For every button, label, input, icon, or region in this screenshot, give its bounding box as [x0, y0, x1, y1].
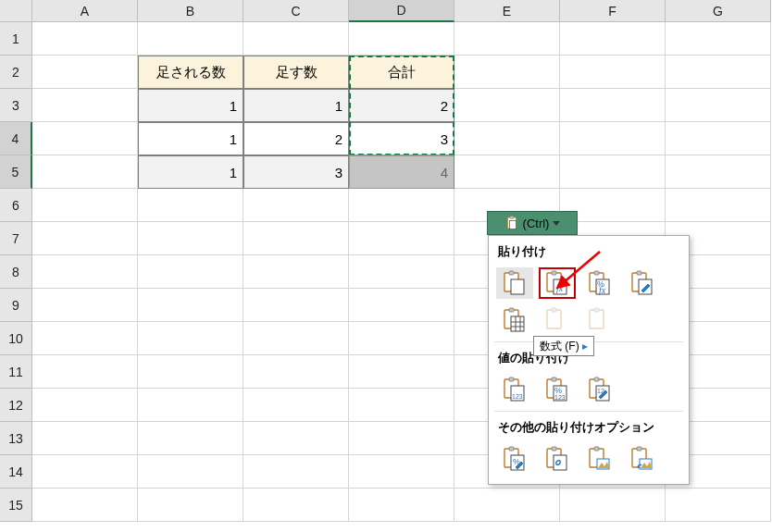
cell-A7[interactable] [32, 222, 138, 255]
paste-formatting-only-button[interactable]: % [496, 443, 533, 475]
cell-A9[interactable] [32, 289, 138, 322]
cell-D7[interactable] [349, 222, 454, 255]
cell-D6[interactable] [349, 189, 454, 222]
cell-B13[interactable] [138, 422, 243, 455]
cell-F15[interactable] [560, 489, 666, 522]
cell-B6[interactable] [138, 189, 243, 222]
col-header-E[interactable]: E [454, 0, 560, 22]
paste-all-button[interactable] [496, 267, 533, 299]
cell-A5[interactable] [32, 155, 138, 189]
cell-D11[interactable] [349, 355, 454, 389]
cell-G4[interactable] [666, 122, 771, 155]
paste-formulas-number-button[interactable]: %fx [581, 267, 618, 299]
col-header-F[interactable]: F [560, 0, 666, 22]
row-header-13[interactable]: 13 [0, 422, 32, 455]
cell-B7[interactable] [138, 222, 243, 255]
paste-picture-button[interactable] [581, 443, 618, 475]
cell-C3[interactable]: 1 [243, 89, 349, 122]
paste-transpose-button[interactable] [581, 304, 618, 336]
cell-C9[interactable] [243, 289, 349, 322]
row-header-14[interactable]: 14 [0, 455, 32, 489]
cell-B12[interactable] [138, 389, 243, 422]
row-header-11[interactable]: 11 [0, 355, 32, 389]
cell-A13[interactable] [32, 422, 138, 455]
cell-E5[interactable] [454, 155, 560, 189]
paste-link-button[interactable] [539, 443, 576, 475]
cell-B2[interactable]: 足される数 [138, 56, 243, 89]
row-header-10[interactable]: 10 [0, 322, 32, 355]
cell-E3[interactable] [454, 89, 560, 122]
cell-F3[interactable] [560, 89, 666, 122]
paste-keep-width-button[interactable] [539, 304, 576, 336]
cell-B11[interactable] [138, 355, 243, 389]
cell-A2[interactable] [32, 56, 138, 89]
cell-C4[interactable]: 2 [243, 122, 349, 155]
cell-G1[interactable] [666, 22, 771, 56]
cell-D3[interactable]: 2 [349, 89, 454, 122]
col-header-D[interactable]: D [349, 0, 454, 22]
cell-D4[interactable]: 3 [349, 122, 454, 155]
cell-C8[interactable] [243, 255, 349, 289]
cell-E1[interactable] [454, 22, 560, 56]
paste-values-button[interactable]: 123 [496, 374, 533, 405]
row-header-8[interactable]: 8 [0, 255, 32, 289]
cell-C15[interactable] [243, 489, 349, 522]
cell-A4[interactable] [32, 122, 138, 155]
cell-A3[interactable] [32, 89, 138, 122]
cell-F4[interactable] [560, 122, 666, 155]
paste-no-border-button[interactable] [496, 304, 533, 336]
col-header-C[interactable]: C [243, 0, 349, 22]
cell-C12[interactable] [243, 389, 349, 422]
cell-G2[interactable] [666, 56, 771, 89]
select-all-corner[interactable] [0, 0, 32, 22]
row-header-9[interactable]: 9 [0, 289, 32, 322]
cell-A15[interactable] [32, 489, 138, 522]
cell-B1[interactable] [138, 22, 243, 56]
cell-G6[interactable] [666, 189, 771, 222]
paste-values-formatting-button[interactable]: 12 [581, 374, 618, 405]
cell-D13[interactable] [349, 422, 454, 455]
cell-B4[interactable]: 1 [138, 122, 243, 155]
cell-F2[interactable] [560, 56, 666, 89]
paste-linked-picture-button[interactable] [624, 443, 661, 475]
cell-B9[interactable] [138, 289, 243, 322]
cell-C14[interactable] [243, 455, 349, 489]
cell-C5[interactable]: 3 [243, 155, 349, 189]
cell-B5[interactable]: 1 [138, 155, 243, 189]
cell-B15[interactable] [138, 489, 243, 522]
cell-D12[interactable] [349, 389, 454, 422]
paste-source-formatting-button[interactable] [624, 267, 661, 299]
cell-C2[interactable]: 足す数 [243, 56, 349, 89]
cell-D10[interactable] [349, 322, 454, 355]
cell-A6[interactable] [32, 189, 138, 222]
col-header-A[interactable]: A [32, 0, 138, 22]
row-header-12[interactable]: 12 [0, 389, 32, 422]
cell-G3[interactable] [666, 89, 771, 122]
cell-G5[interactable] [666, 155, 771, 189]
cell-E2[interactable] [454, 56, 560, 89]
row-header-6[interactable]: 6 [0, 189, 32, 222]
cell-B3[interactable]: 1 [138, 89, 243, 122]
cell-D9[interactable] [349, 289, 454, 322]
cell-A8[interactable] [32, 255, 138, 289]
paste-values-number-button[interactable]: %123 [539, 374, 576, 405]
cell-D15[interactable] [349, 489, 454, 522]
cell-G15[interactable] [666, 489, 771, 522]
cell-E4[interactable] [454, 122, 560, 155]
cell-A14[interactable] [32, 455, 138, 489]
cell-F1[interactable] [560, 22, 666, 56]
row-header-1[interactable]: 1 [0, 22, 32, 56]
row-header-2[interactable]: 2 [0, 56, 32, 89]
cell-A1[interactable] [32, 22, 138, 56]
cell-A11[interactable] [32, 355, 138, 389]
col-header-B[interactable]: B [138, 0, 243, 22]
cell-A10[interactable] [32, 322, 138, 355]
cell-B8[interactable] [138, 255, 243, 289]
cell-C10[interactable] [243, 322, 349, 355]
cell-D2[interactable]: 合計 [349, 56, 454, 89]
row-header-7[interactable]: 7 [0, 222, 32, 255]
cell-C7[interactable] [243, 222, 349, 255]
cell-C11[interactable] [243, 355, 349, 389]
row-header-4[interactable]: 4 [0, 122, 32, 155]
paste-formulas-button[interactable]: fx [539, 267, 576, 299]
